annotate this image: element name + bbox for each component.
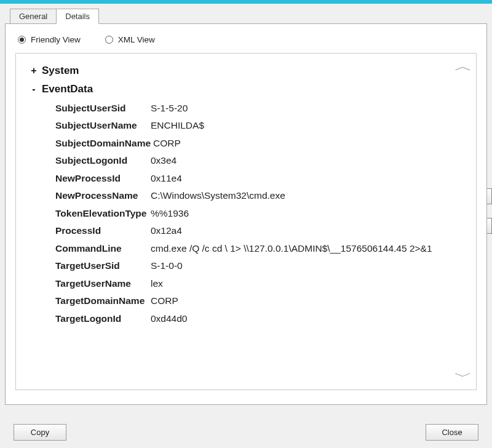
collapse-icon[interactable]: - — [30, 84, 38, 95]
tab-strip: General Details — [10, 9, 487, 23]
field-value: lex — [151, 277, 467, 290]
field-name: TokenElevationType — [55, 207, 151, 220]
field-value: CORP — [151, 294, 467, 308]
field-row: TargetUserSid S-1-0-0 — [55, 259, 467, 273]
tree-node-system[interactable]: + System — [30, 65, 467, 77]
field-row: NewProcessId 0x11e4 — [55, 172, 467, 185]
radio-unselected-icon — [105, 36, 113, 44]
field-row: NewProcessName C:\Windows\System32\cmd.e… — [55, 189, 467, 202]
radio-friendly-label: Friendly View — [31, 35, 81, 44]
field-row: TargetUserName lex — [55, 277, 467, 290]
field-value: 0xd44d0 — [151, 312, 467, 326]
field-value: 0x3e4 — [151, 154, 467, 167]
scroll-down-icon[interactable]: ﹀ — [454, 370, 472, 383]
radio-xml-label: XML View — [118, 35, 155, 44]
close-button[interactable]: Close — [426, 424, 478, 441]
field-value: CORP — [153, 137, 467, 150]
field-value: C:\Windows\System32\cmd.exe — [151, 189, 467, 202]
field-row: CommandLine cmd.exe /Q /c cd \ 1> \\127.… — [55, 242, 467, 255]
window-body: General Details Friendly View XML View ︿… — [0, 4, 492, 448]
field-value: S-1-5-20 — [151, 102, 467, 115]
radio-friendly-view[interactable]: Friendly View — [18, 35, 81, 44]
dialog-button-bar: Copy Close — [5, 424, 487, 441]
field-name: CommandLine — [55, 242, 151, 255]
field-value: S-1-0-0 — [151, 259, 467, 273]
field-value: 0x11e4 — [151, 172, 467, 185]
eventdata-field-list: SubjectUserSid S-1-5-20 SubjectUserName … — [55, 102, 467, 326]
tab-details[interactable]: Details — [56, 9, 99, 24]
field-name: SubjectUserName — [55, 119, 151, 132]
view-mode-radios: Friendly View XML View — [18, 35, 477, 44]
field-row: SubjectUserName ENCHILDA$ — [55, 119, 467, 132]
field-name: SubjectUserSid — [55, 102, 151, 115]
field-row: SubjectLogonId 0x3e4 — [55, 154, 467, 167]
field-row: SubjectDomainName CORP — [55, 137, 467, 150]
field-name: NewProcessId — [55, 172, 151, 185]
tree-label-eventdata: EventData — [42, 83, 93, 95]
field-row: ProcessId 0x12a4 — [55, 224, 467, 238]
tree-label-system: System — [42, 65, 79, 77]
event-detail-box: ︿ + System - EventData SubjectUserSid S-… — [15, 53, 477, 390]
field-value: 0x12a4 — [151, 224, 467, 238]
field-row: SubjectUserSid S-1-5-20 — [55, 102, 467, 115]
field-row: TokenElevationType %%1936 — [55, 207, 467, 220]
field-name: TargetUserSid — [55, 259, 151, 273]
field-name: SubjectDomainName — [55, 137, 153, 150]
field-name: TargetLogonId — [55, 312, 151, 326]
field-name: NewProcessName — [55, 189, 151, 202]
field-value: ENCHILDA$ — [151, 119, 467, 132]
field-name: TargetUserName — [55, 277, 151, 290]
details-tab-panel: Friendly View XML View ︿ + System - Even… — [5, 23, 487, 405]
tree-node-eventdata[interactable]: - EventData — [30, 83, 467, 95]
radio-xml-view[interactable]: XML View — [105, 35, 155, 44]
field-row: TargetLogonId 0xd44d0 — [55, 312, 467, 326]
field-name: ProcessId — [55, 224, 151, 238]
field-value: %%1936 — [151, 207, 467, 220]
field-name: TargetDomainName — [55, 294, 151, 308]
field-row: TargetDomainName CORP — [55, 294, 467, 308]
field-value: cmd.exe /Q /c cd \ 1> \\127.0.0.1\ADMIN$… — [151, 242, 467, 255]
copy-button[interactable]: Copy — [14, 424, 66, 441]
expand-icon[interactable]: + — [30, 65, 38, 76]
radio-selected-icon — [18, 36, 26, 44]
field-name: SubjectLogonId — [55, 154, 151, 167]
scroll-up-icon[interactable]: ︿ — [454, 60, 472, 73]
tab-general[interactable]: General — [10, 9, 57, 23]
